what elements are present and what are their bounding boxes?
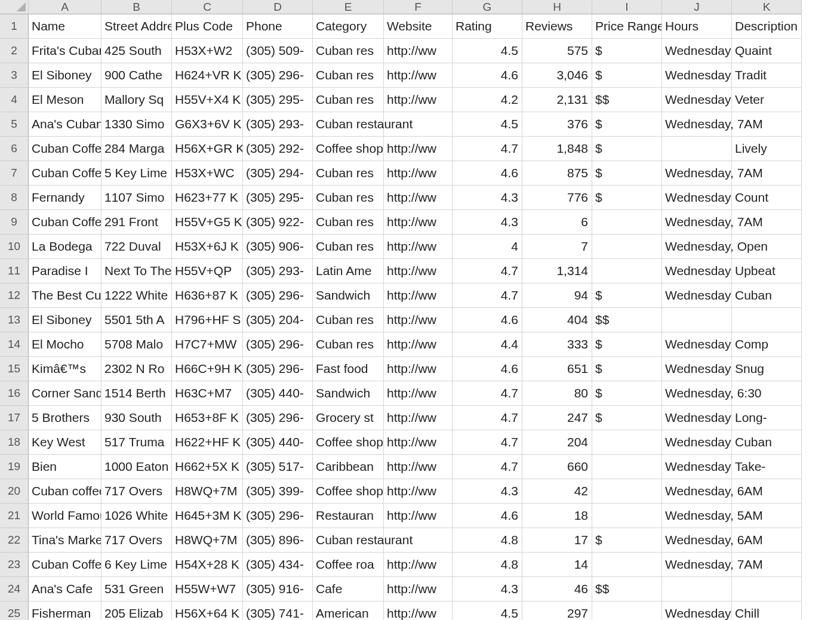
row-header-7[interactable]: 7	[0, 161, 29, 186]
row-header-19[interactable]: 19	[0, 455, 29, 479]
cell-I13[interactable]: $$	[592, 308, 662, 332]
cell-B16[interactable]: 1514 Berth	[101, 381, 172, 406]
row-header-25[interactable]: 25	[0, 602, 29, 620]
cell-A25[interactable]: Fisherman	[29, 602, 101, 620]
cell-H5[interactable]: 376	[522, 112, 592, 137]
cell-A16[interactable]: Corner Sandwich	[29, 381, 101, 406]
cell-C10[interactable]: H53X+6J K	[172, 235, 243, 259]
cell-G16[interactable]: 4.7	[453, 381, 522, 406]
cell-E15[interactable]: Fast food	[313, 357, 384, 381]
cell-C18[interactable]: H622+HF K	[172, 430, 243, 455]
cell-H7[interactable]: 875	[522, 161, 592, 186]
cell-E6[interactable]: Coffee shop	[313, 137, 384, 161]
cell-J7[interactable]: Wednesday, 7AM	[662, 161, 732, 186]
cell-E9[interactable]: Cuban res	[313, 210, 384, 235]
cell-J9[interactable]: Wednesday, 7AM	[662, 210, 732, 235]
cell-H2[interactable]: 575	[522, 39, 592, 63]
cell-D16[interactable]: (305) 440-	[243, 381, 313, 406]
cell-J2[interactable]: Wednesday	[662, 39, 732, 63]
cell-I8[interactable]: $	[592, 186, 662, 210]
cell-D4[interactable]: (305) 295-	[243, 88, 313, 112]
cell-J20[interactable]: Wednesday, 6AM	[662, 479, 732, 504]
cell-H14[interactable]: 333	[522, 332, 592, 357]
cell-A1[interactable]: Name	[29, 14, 101, 39]
cell-J19[interactable]: Wednesday	[662, 455, 732, 479]
cell-D13[interactable]: (305) 204-	[243, 308, 313, 332]
row-header-20[interactable]: 20	[0, 479, 29, 504]
cell-E5[interactable]: Cuban restaurant	[313, 112, 384, 137]
cell-C6[interactable]: H56X+GR K	[172, 137, 243, 161]
cell-J11[interactable]: Wednesday	[662, 259, 732, 283]
cell-F11[interactable]: http://ww	[384, 259, 453, 283]
cell-D24[interactable]: (305) 916-	[243, 577, 313, 602]
cell-H23[interactable]: 14	[522, 553, 592, 577]
cell-F24[interactable]: http://ww	[384, 577, 453, 602]
cell-K12[interactable]: Cuban	[732, 283, 802, 308]
cell-F20[interactable]: http://ww	[384, 479, 453, 504]
cell-J25[interactable]: Wednesday	[662, 602, 732, 620]
cell-G25[interactable]: 4.5	[453, 602, 522, 620]
row-header-21[interactable]: 21	[0, 504, 29, 528]
cell-J16[interactable]: Wednesday, 6:30	[662, 381, 732, 406]
column-header-I[interactable]: I	[592, 0, 662, 14]
cell-A18[interactable]: Key West	[29, 430, 101, 455]
column-header-C[interactable]: C	[172, 0, 243, 14]
cell-F12[interactable]: http://ww	[384, 283, 453, 308]
cell-A20[interactable]: Cuban coffee	[29, 479, 101, 504]
cell-D6[interactable]: (305) 292-	[243, 137, 313, 161]
cell-A17[interactable]: 5 Brothers	[29, 406, 101, 430]
cell-A5[interactable]: Ana's Cuban	[29, 112, 101, 137]
cell-G11[interactable]: 4.7	[453, 259, 522, 283]
cell-K13[interactable]	[732, 308, 802, 332]
select-all-corner[interactable]	[0, 0, 29, 14]
cell-E23[interactable]: Coffee roa	[313, 553, 384, 577]
row-header-4[interactable]: 4	[0, 88, 29, 112]
cell-E8[interactable]: Cuban res	[313, 186, 384, 210]
cell-H6[interactable]: 1,848	[522, 137, 592, 161]
row-header-17[interactable]: 17	[0, 406, 29, 430]
cell-A19[interactable]: Bien	[29, 455, 101, 479]
cell-A15[interactable]: Kimâ€™s	[29, 357, 101, 381]
cell-I15[interactable]: $	[592, 357, 662, 381]
cell-B18[interactable]: 517 Truma	[101, 430, 172, 455]
cell-E13[interactable]: Cuban res	[313, 308, 384, 332]
cell-C25[interactable]: H56X+64 K	[172, 602, 243, 620]
cell-H15[interactable]: 651	[522, 357, 592, 381]
cell-A14[interactable]: El Mocho	[29, 332, 101, 357]
cell-G1[interactable]: Rating	[453, 14, 522, 39]
cell-B14[interactable]: 5708 Malo	[101, 332, 172, 357]
cell-C1[interactable]: Plus Code	[172, 14, 243, 39]
cell-J6[interactable]	[662, 137, 732, 161]
cell-H25[interactable]: 297	[522, 602, 592, 620]
row-header-2[interactable]: 2	[0, 39, 29, 63]
cell-H1[interactable]: Reviews	[522, 14, 592, 39]
cell-E17[interactable]: Grocery st	[313, 406, 384, 430]
cell-G4[interactable]: 4.2	[453, 88, 522, 112]
cell-J4[interactable]: Wednesday	[662, 88, 732, 112]
cell-F21[interactable]: http://ww	[384, 504, 453, 528]
cell-F7[interactable]: http://ww	[384, 161, 453, 186]
cell-B10[interactable]: 722 Duval	[101, 235, 172, 259]
row-header-24[interactable]: 24	[0, 577, 29, 602]
cell-J18[interactable]: Wednesday	[662, 430, 732, 455]
cell-G23[interactable]: 4.8	[453, 553, 522, 577]
cell-D5[interactable]: (305) 293-	[243, 112, 313, 137]
cell-G2[interactable]: 4.5	[453, 39, 522, 63]
cell-D11[interactable]: (305) 293-	[243, 259, 313, 283]
cell-I16[interactable]: $	[592, 381, 662, 406]
column-header-H[interactable]: H	[522, 0, 592, 14]
cell-D25[interactable]: (305) 741-	[243, 602, 313, 620]
cell-I22[interactable]: $	[592, 528, 662, 553]
cell-J24[interactable]	[662, 577, 732, 602]
cell-J21[interactable]: Wednesday, 5AM	[662, 504, 732, 528]
column-header-J[interactable]: J	[662, 0, 732, 14]
cell-F15[interactable]: http://ww	[384, 357, 453, 381]
cell-C16[interactable]: H63C+M7	[172, 381, 243, 406]
cell-H10[interactable]: 7	[522, 235, 592, 259]
cell-C13[interactable]: H796+HF S	[172, 308, 243, 332]
cell-I24[interactable]: $$	[592, 577, 662, 602]
cell-E11[interactable]: Latin Ame	[313, 259, 384, 283]
cell-D20[interactable]: (305) 399-	[243, 479, 313, 504]
cell-K17[interactable]: Long-	[732, 406, 802, 430]
cell-A10[interactable]: La Bodega	[29, 235, 101, 259]
